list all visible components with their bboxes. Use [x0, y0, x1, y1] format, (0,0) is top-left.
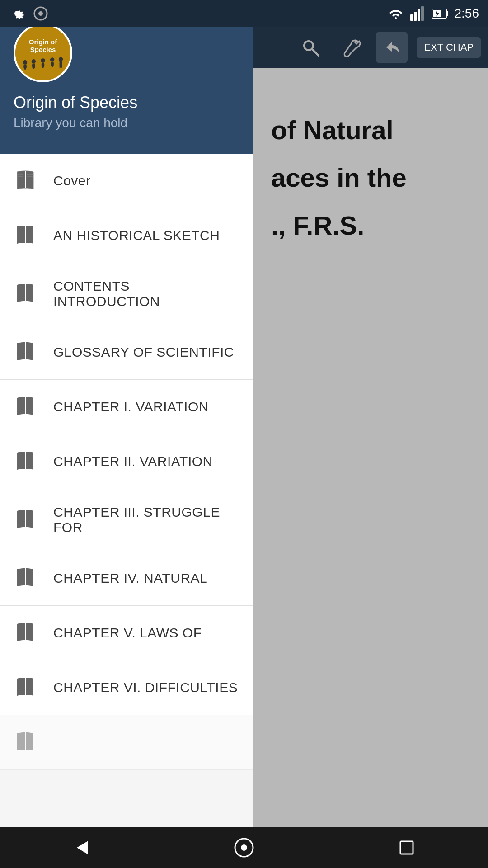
menu-item-chapter-5[interactable]: CHAPTER V. LAWS OF	[0, 606, 253, 660]
navigation-drawer: Origin of Species	[0, 0, 253, 868]
svg-point-15	[32, 59, 36, 63]
svg-rect-22	[27, 176, 33, 177]
menu-label-historical: AN HISTORICAL SKETCH	[53, 228, 220, 243]
svg-point-3	[38, 11, 43, 16]
bg-text-line-1: of Natural	[271, 113, 470, 147]
signal-dot-icon	[33, 5, 49, 22]
svg-rect-20	[18, 176, 23, 177]
svg-point-16	[41, 58, 45, 62]
menu-item-chapter-6[interactable]: CHAPTER VI. DIFFICULTIES	[0, 660, 253, 715]
wrench-icon[interactable]	[335, 32, 367, 63]
menu-item-chapter-2[interactable]: CHAPTER II. VARIATION	[0, 434, 253, 489]
book-icon-ch4	[14, 566, 37, 590]
drawer-book-title: Origin of Species	[14, 93, 239, 112]
menu-label-ch2: CHAPTER II. VARIATION	[53, 454, 213, 469]
menu-item-chapter-4[interactable]: CHAPTER IV. NATURAL	[0, 551, 253, 606]
status-bar-left	[9, 5, 49, 22]
bg-text-line-2: aces in the	[271, 160, 470, 194]
menu-item-historical-sketch[interactable]: AN HISTORICAL SKETCH	[0, 208, 253, 263]
book-icon-ch2	[14, 450, 37, 473]
bg-text-line-3: ., F.R.S.	[271, 208, 470, 242]
svg-point-25	[241, 844, 247, 851]
background-toolbar: EXT CHAP	[253, 27, 488, 68]
book-icon-cover	[14, 169, 37, 193]
battery-icon	[431, 5, 449, 22]
svg-rect-4	[410, 14, 413, 21]
menu-item-chapter-1[interactable]: CHAPTER I. VARIATION	[0, 380, 253, 434]
back-button[interactable]	[63, 830, 99, 866]
drawer-book-subtitle: Library you can hold	[14, 116, 239, 130]
book-logo: Origin of Species	[14, 24, 72, 82]
drawer-menu: Cover AN HISTORICAL SKETCH CONTENTS INTR…	[0, 154, 253, 868]
svg-rect-5	[414, 12, 417, 21]
signal-bars-icon	[409, 5, 426, 22]
book-icon-ch1	[14, 395, 37, 419]
status-time: 2:56	[455, 6, 479, 21]
svg-point-14	[23, 60, 27, 64]
next-chapter-button[interactable]: EXT CHAP	[417, 37, 481, 58]
menu-label-ch6: CHAPTER VI. DIFFICULTIES	[53, 680, 238, 695]
book-icon-ch6	[14, 676, 37, 699]
menu-item-contents-introduction[interactable]: CONTENTS INTRODUCTION	[0, 263, 253, 325]
book-icon-ch3	[14, 508, 37, 532]
book-icon-partial	[14, 731, 37, 754]
status-bar-right: 2:56	[388, 5, 479, 22]
svg-point-18	[59, 57, 63, 61]
svg-rect-19	[18, 174, 23, 175]
menu-item-partial[interactable]	[0, 715, 253, 770]
menu-item-glossary[interactable]: GLOSSARY OF SCIENTIFIC	[0, 325, 253, 380]
menu-label-ch5: CHAPTER V. LAWS OF	[53, 625, 202, 641]
search-icon[interactable]	[295, 32, 326, 63]
svg-rect-7	[421, 6, 424, 21]
svg-line-1	[312, 49, 319, 56]
book-icon-historical	[14, 224, 37, 247]
svg-text:Origin of: Origin of	[29, 38, 57, 46]
menu-label-ch3: CHAPTER III. STRUGGLE FOR	[53, 505, 239, 535]
gear-icon[interactable]	[9, 5, 25, 22]
book-icon-contents	[14, 282, 37, 306]
svg-rect-21	[27, 174, 33, 175]
menu-label-cover: Cover	[53, 173, 91, 189]
status-bar: 2:56	[0, 0, 488, 27]
recent-apps-button[interactable]	[389, 830, 425, 866]
wifi-icon	[388, 5, 404, 22]
menu-label-glossary: GLOSSARY OF SCIENTIFIC	[53, 344, 234, 360]
bottom-navigation	[0, 827, 488, 868]
menu-label-ch4: CHAPTER IV. NATURAL	[53, 571, 207, 586]
book-icon-ch5	[14, 621, 37, 645]
svg-rect-26	[400, 841, 413, 854]
svg-point-17	[50, 57, 54, 61]
svg-rect-9	[446, 11, 448, 16]
svg-rect-6	[418, 9, 420, 21]
svg-marker-23	[77, 841, 88, 854]
background-reading-content: of Natural aces in the ., F.R.S.	[253, 68, 488, 827]
menu-item-chapter-3[interactable]: CHAPTER III. STRUGGLE FOR	[0, 489, 253, 551]
undo-icon[interactable]	[376, 32, 408, 63]
menu-item-cover[interactable]: Cover	[0, 154, 253, 208]
svg-text:Species: Species	[30, 46, 56, 53]
home-button[interactable]	[226, 830, 262, 866]
book-icon-glossary	[14, 340, 37, 364]
menu-label-ch1: CHAPTER I. VARIATION	[53, 399, 209, 415]
menu-label-contents: CONTENTS INTRODUCTION	[53, 278, 239, 309]
